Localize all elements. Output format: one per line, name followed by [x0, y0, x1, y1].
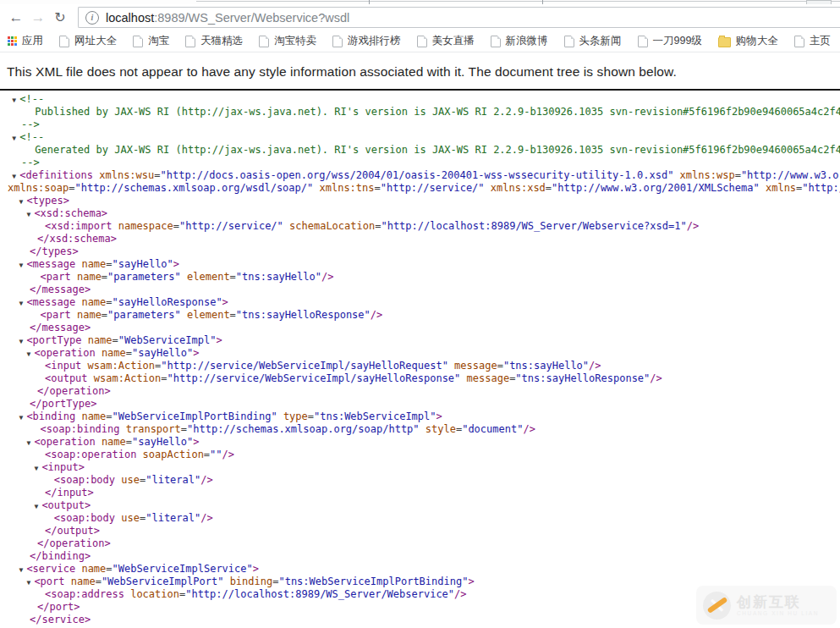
xml-token: </operation>	[37, 385, 111, 397]
bookmark-item[interactable]: 新浪微博	[491, 34, 548, 48]
xml-token: =	[102, 271, 107, 283]
xml-token	[81, 334, 87, 346]
xml-line: </types>	[0, 245, 840, 258]
xml-token: >	[468, 576, 474, 587]
address-bar[interactable]: i localhost:8989/WS_Server/Webservice?ws…	[78, 7, 840, 28]
xml-token: =	[735, 169, 741, 181]
xml-token	[96, 347, 102, 359]
page-icon	[332, 36, 343, 47]
bookmark-item[interactable]: 购物大全	[718, 34, 778, 48]
bookmark-label: 淘宝	[148, 34, 169, 48]
xml-token	[96, 436, 102, 448]
page-info-icon[interactable]: i	[85, 11, 99, 25]
xml-token: "WebServiceImplPortBinding"	[113, 410, 277, 422]
xml-token: >	[173, 258, 179, 270]
xml-token: Published by JAX-WS RI (http://jax-ws.ja…	[35, 106, 840, 118]
xml-token: =	[113, 334, 118, 346]
xml-token: </binding>	[30, 550, 91, 562]
xml-token: <part	[41, 309, 71, 321]
xml-token: name	[81, 258, 106, 270]
xml-token: style	[425, 423, 456, 435]
xml-token: "http://service/WebServiceImpl/sayHelloR…	[167, 372, 461, 384]
forward-button[interactable]: →	[27, 7, 49, 29]
bookmark-item[interactable]: 主页	[794, 34, 831, 48]
page-icon	[491, 36, 501, 47]
xml-token: >	[222, 296, 228, 308]
back-button[interactable]: ←	[5, 7, 27, 29]
bookmark-item[interactable]: 游戏排行榜	[332, 34, 401, 48]
xml-style-notice: This XML file does not appear to have an…	[0, 52, 840, 89]
xml-token: <output	[45, 372, 88, 384]
page-icon	[564, 36, 574, 47]
page-icon	[794, 36, 804, 47]
bookmark-item[interactable]: 美女直播	[417, 34, 475, 48]
xml-token: "document"	[462, 423, 523, 435]
xml-token: >	[436, 410, 442, 422]
bookmark-item[interactable]: 天猫精选	[185, 34, 243, 48]
xml-token: wsam:Action	[88, 360, 155, 372]
xml-token: <binding	[26, 410, 75, 422]
page-icon	[133, 36, 143, 47]
collapse-arrow-icon[interactable]: ▼	[12, 132, 19, 145]
reload-button[interactable]: ↻	[49, 7, 71, 29]
page-icon	[417, 36, 427, 47]
xml-token: />	[222, 449, 234, 460]
xml-token: xmlns:tns	[319, 182, 374, 194]
xml-token: <operation	[34, 436, 95, 448]
xml-line: ▼<output>	[0, 499, 840, 512]
xml-line: </output>	[0, 525, 840, 537]
bookmark-item[interactable]: 头条新闻	[564, 34, 622, 48]
xml-token: />	[321, 271, 333, 283]
xml-token	[71, 271, 77, 283]
xml-token: <portType	[26, 334, 81, 346]
xml-token: <soap:body	[54, 474, 115, 486]
bookmark-item[interactable]: 淘宝	[133, 34, 169, 48]
xml-token: location	[130, 588, 179, 600]
xml-token: >	[193, 436, 199, 448]
xml-token: xmlns	[766, 182, 796, 194]
bookmark-label: 网址大全	[74, 34, 117, 48]
collapse-arrow-icon[interactable]: ▼	[12, 170, 19, 183]
xml-token	[673, 169, 679, 181]
xml-token	[460, 372, 466, 384]
xml-line: ▼<service name="WebServiceImplService">	[0, 563, 840, 576]
xml-token: />	[650, 372, 662, 384]
xml-token: <service	[26, 563, 75, 575]
xml-token	[181, 309, 187, 321]
apps-button[interactable]: 应用	[8, 34, 43, 48]
xml-token: namespace	[118, 220, 173, 232]
xml-token: name	[81, 410, 106, 422]
xml-line: ▼<!--	[0, 131, 840, 144]
xml-line: ▼<input>	[0, 461, 840, 474]
xml-token	[181, 271, 187, 283]
xml-token: <port	[34, 576, 64, 587]
xml-token: "tns:WebServiceImplPortBinding"	[278, 576, 468, 587]
bookmark-item[interactable]: 一刀999级	[638, 34, 702, 48]
browser-toolbar: ← → ↻ i localhost:8989/WS_Server/Webserv…	[0, 4, 840, 30]
xml-line: <soap:operation soapAction=""/>	[0, 449, 840, 461]
collapse-arrow-icon[interactable]: ▼	[12, 94, 19, 107]
url-path: :8989/WS_Server/Webservice?wsdl	[154, 11, 349, 25]
xml-token	[88, 372, 94, 384]
xml-line: ▼<message name="sayHello">	[0, 258, 840, 271]
xml-token: </output>	[45, 525, 100, 537]
bookmark-item[interactable]: 淘宝特卖	[259, 34, 316, 48]
xml-line: <part name="parameters" element="tns:say…	[0, 271, 840, 284]
xml-line: ▼<!--	[0, 93, 840, 106]
xml-token: <message	[26, 296, 75, 308]
xml-token: <xsd:schema>	[34, 207, 107, 219]
xml-token: Generated by JAX-WS RI (http://jax-ws.ja…	[35, 144, 840, 156]
xml-token	[112, 220, 118, 232]
bookmark-label: 购物大全	[736, 34, 778, 48]
bookmark-label: 头条新闻	[579, 34, 622, 48]
bookmark-item[interactable]: 网址大全	[59, 34, 117, 48]
xml-token	[136, 449, 142, 460]
xml-token: =	[126, 436, 132, 448]
xml-token: "sayHello"	[132, 436, 193, 448]
xml-token: />	[523, 423, 535, 435]
xml-token: =	[126, 347, 132, 359]
xml-token: =	[106, 410, 112, 422]
xml-token: <input	[45, 360, 81, 372]
back-arrow-icon: ←	[9, 9, 24, 26]
xml-token: />	[200, 512, 212, 524]
